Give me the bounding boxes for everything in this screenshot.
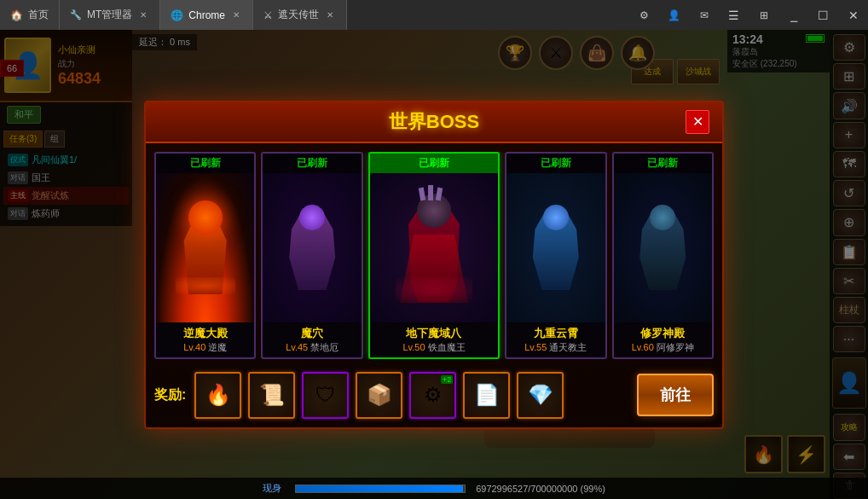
window-menu-btn[interactable]: ☰ <box>719 0 749 30</box>
reward-3-icon: 🛡 <box>315 383 336 407</box>
mt-icon: 🔧 <box>70 9 82 20</box>
reward-items-container: 🔥 📜 🛡 📦 ⚙ +2 � <box>194 372 628 419</box>
modal-body: 已刷新 逆魔大殿 Lv.40 逆魔 <box>146 143 722 427</box>
rewards-label: 奖励: <box>154 386 186 404</box>
exp-bar-area: 6972996527/700000000 (99%) <box>288 484 605 494</box>
title-bar: 🏠 首页 🔧 MT管理器 ✕ 🌐 Chrome ✕ ⚔ 遮天传世 ✕ ⚙ 👤 ✉… <box>0 0 868 30</box>
reward-item-7[interactable]: 💎 <box>517 372 564 419</box>
reward-5-icon: ⚙ <box>424 383 443 407</box>
reward-6-icon: 📄 <box>474 383 500 407</box>
tab-mt[interactable]: 🔧 MT管理器 ✕ <box>60 0 160 30</box>
boss-3-image <box>370 173 498 322</box>
boss-card-5[interactable]: 已刷新 修罗神殿 Lv.60 阿修罗神 <box>612 152 714 359</box>
boss-5-footer: 修罗神殿 Lv.60 阿修罗神 <box>614 322 712 357</box>
boss-3-info: Lv.50 铁血魔王 <box>375 341 493 354</box>
goto-btn[interactable]: 前往 <box>637 374 714 416</box>
rewards-section: 奖励: 🔥 📜 🛡 📦 ⚙ +2 <box>154 372 714 419</box>
boss-1-image <box>156 173 254 322</box>
tab-game[interactable]: ⚔ 遮天传世 ✕ <box>253 0 347 30</box>
tab-chrome-label: Chrome <box>188 9 225 21</box>
reward-7-icon: 💎 <box>528 383 553 407</box>
reward-item-4[interactable]: 📦 <box>356 372 402 419</box>
world-boss-modal: 世界BOSS ✕ 已刷新 <box>144 101 724 429</box>
boss-card-4[interactable]: 已刷新 九重云霄 Lv.55 通天教主 <box>505 152 606 359</box>
window-settings-btn[interactable]: ⚙ <box>629 0 659 30</box>
modal-overlay: 世界BOSS ✕ 已刷新 <box>0 30 868 499</box>
boss-2-info: Lv.45 禁地厄 <box>268 341 356 354</box>
tab-home[interactable]: 🏠 首页 <box>0 0 60 30</box>
tab-game-label: 遮天传世 <box>278 8 319 22</box>
boss-1-status: 已刷新 <box>156 154 254 173</box>
boss-card-3[interactable]: 已刷新 <box>368 152 500 359</box>
reward-item-2[interactable]: 📜 <box>248 372 295 419</box>
modal-header: 世界BOSS ✕ <box>146 102 722 143</box>
reward-5-count: +2 <box>441 375 453 384</box>
boss-1-name: 逆魔大殿 <box>161 326 249 341</box>
boss-5-name: 修罗神殿 <box>619 326 707 341</box>
reward-item-3[interactable]: 🛡 <box>302 372 349 419</box>
boss-3-name: 地下魔域八 <box>375 326 493 341</box>
chrome-icon: 🌐 <box>171 9 183 21</box>
modal-close-btn[interactable]: ✕ <box>686 110 709 134</box>
exp-text: 6972996527/700000000 (99%) <box>476 484 605 494</box>
reward-item-1[interactable]: 🔥 <box>194 372 241 419</box>
boss-4-name: 九重云霄 <box>512 326 599 341</box>
reward-2-icon: 📜 <box>259 383 285 407</box>
reward-item-5[interactable]: ⚙ +2 <box>409 372 456 419</box>
modal-title: 世界BOSS <box>389 109 479 135</box>
window-minimize-btn[interactable]: ⎯ <box>778 0 808 30</box>
window-grid-btn[interactable]: ⊞ <box>749 0 778 30</box>
boss-3-status: 已刷新 <box>370 154 498 173</box>
tab-mt-close[interactable]: ✕ <box>137 9 149 21</box>
boss-4-info: Lv.55 通天教主 <box>512 341 599 354</box>
boss-1-info: Lv.40 逆魔 <box>161 341 249 354</box>
reward-1-icon: 🔥 <box>205 383 231 407</box>
bottom-show-btn[interactable]: 现身 <box>263 482 281 495</box>
window-mail-btn[interactable]: ✉ <box>689 0 719 30</box>
boss-2-footer: 魔穴 Lv.45 禁地厄 <box>263 322 361 357</box>
boss-4-footer: 九重云霄 Lv.55 通天教主 <box>506 322 605 357</box>
tab-mt-label: MT管理器 <box>87 8 132 22</box>
game-icon: ⚔ <box>263 9 273 21</box>
boss-1-footer: 逆魔大殿 Lv.40 逆魔 <box>156 322 254 357</box>
tab-game-close[interactable]: ✕ <box>324 9 336 21</box>
home-icon: 🏠 <box>10 9 23 21</box>
exp-bar-container <box>295 484 466 493</box>
boss-2-image <box>263 173 361 322</box>
window-controls: ⚙ 👤 ✉ ☰ ⊞ ⎯ ☐ ✕ <box>629 0 868 30</box>
boss-card-2[interactable]: 已刷新 魔穴 Lv.45 禁地厄 <box>261 152 362 359</box>
boss-3-footer: 地下魔域八 Lv.50 铁血魔王 <box>370 322 498 357</box>
tab-chrome[interactable]: 🌐 Chrome ✕ <box>160 0 253 30</box>
boss-2-name: 魔穴 <box>268 326 356 341</box>
window-close-btn[interactable]: ✕ <box>838 0 868 30</box>
reward-4-icon: 📦 <box>367 383 392 407</box>
boss-4-image <box>506 173 605 322</box>
boss-4-status: 已刷新 <box>506 154 605 173</box>
bottom-bar: 现身 6972996527/700000000 (99%) <box>0 478 868 499</box>
boss-card-1[interactable]: 已刷新 逆魔大殿 Lv.40 逆魔 <box>154 152 256 359</box>
window-restore-btn[interactable]: ☐ <box>808 0 838 30</box>
boss-cards-container: 已刷新 逆魔大殿 Lv.40 逆魔 <box>154 152 714 359</box>
tab-chrome-close[interactable]: ✕ <box>230 9 242 21</box>
boss-5-info: Lv.60 阿修罗神 <box>619 341 707 354</box>
tab-home-label: 首页 <box>28 8 49 22</box>
boss-5-image <box>614 173 712 322</box>
exp-bar-fill <box>296 485 463 492</box>
boss-5-status: 已刷新 <box>614 154 712 173</box>
boss-2-status: 已刷新 <box>263 154 361 173</box>
window-account-btn[interactable]: 👤 <box>659 0 689 30</box>
reward-item-6[interactable]: 📄 <box>463 372 510 419</box>
